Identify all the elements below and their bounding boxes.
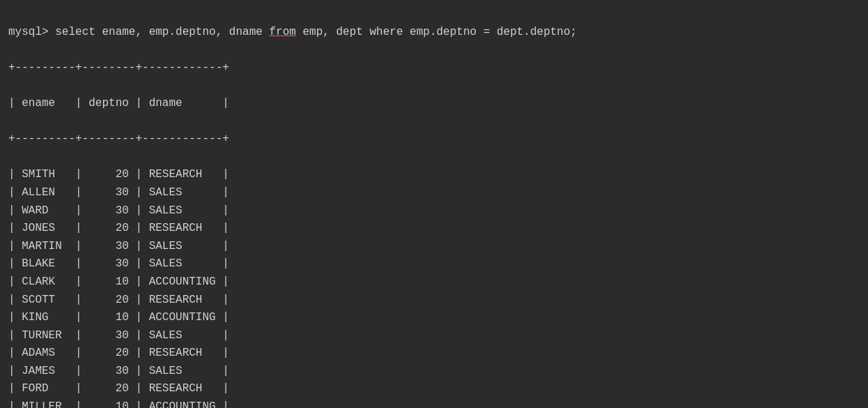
table-row: | ALLEN | 30 | SALES | — [8, 186, 229, 199]
mysql-prompt: mysql> — [8, 26, 55, 38]
table-row: | SCOTT | 20 | RESEARCH | — [8, 294, 229, 306]
table-row: | BLAKE | 30 | SALES | — [8, 257, 229, 270]
table-row: | ADAMS | 20 | RESEARCH | — [8, 347, 229, 359]
table-row: | SMITH | 20 | RESEARCH | — [8, 168, 229, 181]
table-row: | WARD | 30 | SALES | — [8, 204, 229, 217]
separator-top: +---------+--------+------------+ — [8, 61, 229, 74]
table-row: | KING | 10 | ACCOUNTING | — [8, 311, 229, 324]
table-header: | ename | deptno | dname | — [8, 97, 229, 109]
separator-mid: +---------+--------+------------+ — [8, 133, 229, 145]
command-before-from: select ename, emp.deptno, dname — [55, 26, 269, 38]
command-line: mysql> select ename, emp.deptno, dname f… — [8, 26, 577, 38]
table-row: | CLARK | 10 | ACCOUNTING | — [8, 275, 229, 288]
table-row: | TURNER | 30 | SALES | — [8, 329, 229, 342]
table-row: | JAMES | 30 | SALES | — [8, 365, 229, 377]
table-row: | MARTIN | 30 | SALES | — [8, 240, 229, 252]
table-row: | MILLER | 10 | ACCOUNTING | — [8, 400, 229, 408]
terminal-output: mysql> select ename, emp.deptno, dname f… — [8, 6, 860, 41]
table-rows: | SMITH | 20 | RESEARCH | | ALLEN | 30 |… — [8, 166, 860, 408]
command-after-from: emp, dept where emp.deptno = dept.deptno… — [296, 26, 577, 38]
table-row: | FORD | 20 | RESEARCH | — [8, 382, 229, 395]
table-row: | JONES | 20 | RESEARCH | — [8, 222, 229, 234]
from-keyword: from — [269, 26, 295, 38]
table-output: +---------+--------+------------+ | enam… — [8, 41, 860, 408]
